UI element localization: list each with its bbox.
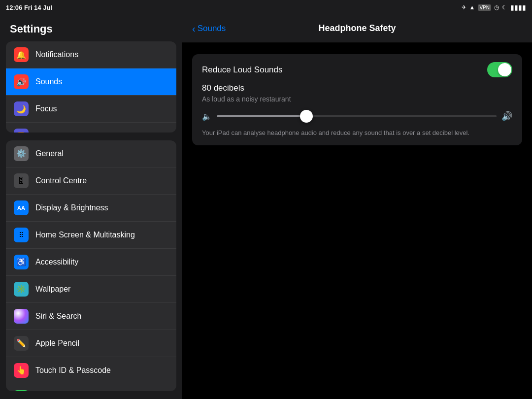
- sidebar-label-accessibility: Accessibility: [35, 258, 78, 266]
- volume-slider-track[interactable]: [217, 115, 497, 117]
- sounds-icon: 🔊: [14, 74, 29, 89]
- accessibility-icon: ♿: [14, 255, 29, 269]
- status-bar: 12:06 Fri 14 Jul ✈ ▲ VPN ◷ ☾ ▮▮▮▮: [0, 0, 532, 15]
- sidebar-label-display: Display & Brightness: [35, 203, 108, 212]
- sidebar-label-notifications: Notifications: [35, 50, 78, 59]
- decibel-value: 80 decibels: [202, 83, 512, 93]
- control-centre-icon: 🎛: [14, 173, 29, 188]
- sidebar-label-screen-time: Screen Time: [35, 132, 80, 133]
- battery-sidebar-icon: 🔋: [14, 390, 29, 391]
- sidebar: Settings 🔔 Notifications 🔊 Sounds 🌙 Focu…: [0, 15, 182, 399]
- apple-pencil-icon: ✏️: [14, 336, 29, 351]
- volume-low-icon: 🔈: [202, 112, 212, 121]
- airplane-icon: ✈: [462, 4, 466, 11]
- sidebar-group-2: ⚙️ General 🎛 Control Centre AA Display &…: [6, 140, 176, 391]
- sidebar-item-general[interactable]: ⚙️ General: [6, 140, 176, 167]
- toggle-knob: [498, 63, 511, 76]
- sidebar-label-siri: Siri & Search: [35, 312, 81, 321]
- back-chevron-icon: ‹: [192, 24, 196, 33]
- touch-id-icon: 👆: [14, 363, 29, 378]
- moon-icon: ☾: [502, 4, 507, 11]
- wifi-icon: ▲: [469, 4, 475, 11]
- card-footer-text: Your iPad can analyse headphone audio an…: [202, 129, 512, 137]
- volume-slider-row: 🔈 🔊: [202, 111, 512, 122]
- sidebar-group-1: 🔔 Notifications 🔊 Sounds 🌙 Focus ⏳ Scree…: [6, 41, 176, 133]
- sidebar-item-siri[interactable]: Siri & Search: [6, 303, 176, 330]
- back-button[interactable]: ‹ Sounds: [192, 24, 226, 33]
- sidebar-item-notifications[interactable]: 🔔 Notifications: [6, 41, 176, 68]
- decibel-description: As loud as a noisy restaurant: [202, 95, 512, 103]
- right-header: ‹ Sounds Headphone Safety: [182, 15, 532, 42]
- content-area: Reduce Loud Sounds 80 decibels As loud a…: [182, 42, 532, 157]
- slider-thumb[interactable]: [300, 110, 313, 123]
- battery-icon: ▮▮▮▮: [510, 3, 526, 11]
- sidebar-label-apple-pencil: Apple Pencil: [35, 339, 79, 348]
- general-icon: ⚙️: [14, 146, 29, 161]
- sidebar-label-touch-id: Touch ID & Passcode: [35, 366, 111, 375]
- sidebar-item-wallpaper[interactable]: ✳️ Wallpaper: [6, 276, 176, 303]
- sidebar-label-wallpaper: Wallpaper: [35, 285, 70, 294]
- back-label: Sounds: [198, 24, 226, 33]
- sidebar-item-touch-id[interactable]: 👆 Touch ID & Passcode: [6, 357, 176, 384]
- right-panel: ‹ Sounds Headphone Safety Reduce Loud So…: [182, 15, 532, 399]
- screen-time-icon: ⏳: [14, 129, 29, 133]
- sidebar-label-general: General: [35, 149, 64, 158]
- home-screen-icon: ⠿: [14, 228, 29, 242]
- sidebar-item-control-centre[interactable]: 🎛 Control Centre: [6, 167, 176, 195]
- display-icon: AA: [14, 200, 29, 215]
- toggle-row: Reduce Loud Sounds: [202, 62, 512, 77]
- sidebar-item-focus[interactable]: 🌙 Focus: [6, 96, 176, 123]
- right-header-wrapper: ‹ Sounds Headphone Safety: [192, 24, 522, 33]
- wallpaper-icon: ✳️: [14, 282, 29, 297]
- sidebar-label-sounds: Sounds: [35, 77, 62, 86]
- sidebar-label-control-centre: Control Centre: [35, 176, 87, 185]
- siri-icon: [14, 309, 29, 324]
- slider-track-right: [306, 115, 497, 117]
- sidebar-item-screen-time[interactable]: ⏳ Screen Time: [6, 123, 176, 133]
- sidebar-item-sounds[interactable]: 🔊 Sounds: [6, 68, 176, 96]
- reduce-loud-sounds-toggle[interactable]: [487, 62, 512, 77]
- sidebar-label-focus: Focus: [35, 104, 57, 113]
- sidebar-item-home-screen[interactable]: ⠿ Home Screen & Multitasking: [6, 222, 176, 249]
- sidebar-title: Settings: [0, 15, 182, 41]
- volume-high-icon: 🔊: [501, 111, 512, 122]
- main-layout: Settings 🔔 Notifications 🔊 Sounds 🌙 Focu…: [0, 15, 532, 399]
- headphone-safety-card: Reduce Loud Sounds 80 decibels As loud a…: [192, 54, 522, 145]
- notifications-icon: 🔔: [14, 47, 29, 62]
- sidebar-item-apple-pencil[interactable]: ✏️ Apple Pencil: [6, 330, 176, 357]
- sidebar-item-battery[interactable]: 🔋 Battery: [6, 384, 176, 391]
- reduce-loud-sounds-label: Reduce Loud Sounds: [202, 65, 283, 75]
- sidebar-item-display[interactable]: AA Display & Brightness: [6, 195, 176, 222]
- vpn-badge: VPN: [478, 4, 491, 11]
- status-time: 12:06 Fri 14 Jul: [6, 4, 52, 11]
- status-icons: ✈ ▲ VPN ◷ ☾ ▮▮▮▮: [462, 3, 526, 11]
- page-title: Headphone Safety: [318, 23, 396, 33]
- focus-icon: 🌙: [14, 101, 29, 116]
- clock-icon: ◷: [494, 4, 499, 11]
- sidebar-label-home-screen: Home Screen & Multitasking: [35, 231, 135, 239]
- slider-fill: [217, 115, 306, 117]
- sidebar-item-accessibility[interactable]: ♿ Accessibility: [6, 249, 176, 276]
